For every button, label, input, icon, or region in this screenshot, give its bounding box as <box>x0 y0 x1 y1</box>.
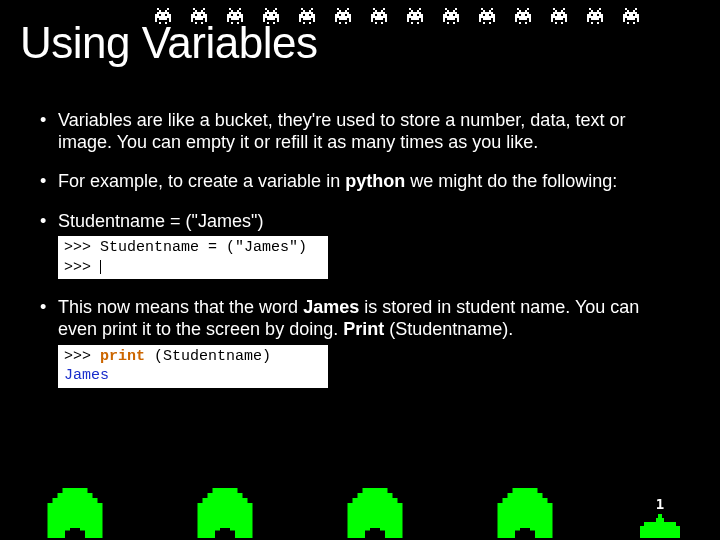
space-invader-icon <box>474 4 500 24</box>
space-invader-icon <box>330 4 356 24</box>
bullet-4-bold1: James <box>303 297 359 317</box>
bunker-icon <box>40 488 110 538</box>
slide: Using Variables Variables are like a buc… <box>0 0 720 540</box>
bullet-2-bold: python <box>345 171 405 191</box>
bullet-4-pre: This now means that the word <box>58 297 303 317</box>
bullet-4-post: (Studentname). <box>384 319 513 339</box>
space-invader-icon <box>402 4 428 24</box>
space-invader-icon <box>510 4 536 24</box>
bullet-list: Variables are like a bucket, they're use… <box>40 110 680 406</box>
code1-line2: >>> <box>64 259 100 276</box>
code-box-2: >>> print (Studentname) James <box>58 345 328 388</box>
bullet-4: This now means that the word James is st… <box>40 297 680 387</box>
bullet-3: Studentname = ("James") >>> Studentname … <box>40 211 680 280</box>
bullet-2-post: we might do the following: <box>405 171 617 191</box>
bullet-4-bold2: Print <box>343 319 384 339</box>
bullet-1: Variables are like a bucket, they're use… <box>40 110 680 153</box>
space-invader-icon <box>438 4 464 24</box>
bunker-icon <box>340 488 410 538</box>
code2-fn: print <box>100 348 145 365</box>
slide-title: Using Variables <box>20 18 317 68</box>
code1-line1: >>> Studentname = ("James") <box>64 239 307 256</box>
cursor-icon <box>100 260 101 274</box>
lives-count: 1 <box>656 496 664 512</box>
space-invader-icon <box>546 4 572 24</box>
space-invader-icon <box>366 4 392 24</box>
player-ship-group: 1 <box>640 496 680 538</box>
bullet-2-pre: For example, to create a variable in <box>58 171 345 191</box>
bunker-row: 1 <box>40 488 680 538</box>
player-ship-icon <box>640 514 680 538</box>
bunker-icon <box>190 488 260 538</box>
bullet-2: For example, to create a variable in pyt… <box>40 171 680 193</box>
code2-rest: (Studentname) <box>145 348 271 365</box>
bunker-icon <box>490 488 560 538</box>
space-invader-icon <box>582 4 608 24</box>
bullet-1-text: Variables are like a bucket, they're use… <box>58 110 625 152</box>
code2-output: James <box>64 367 109 384</box>
bullet-3-text: Studentname = ("James") <box>58 211 263 231</box>
code-box-1: >>> Studentname = ("James") >>> <box>58 236 328 279</box>
space-invader-icon <box>618 4 644 24</box>
code2-prompt: >>> <box>64 348 100 365</box>
